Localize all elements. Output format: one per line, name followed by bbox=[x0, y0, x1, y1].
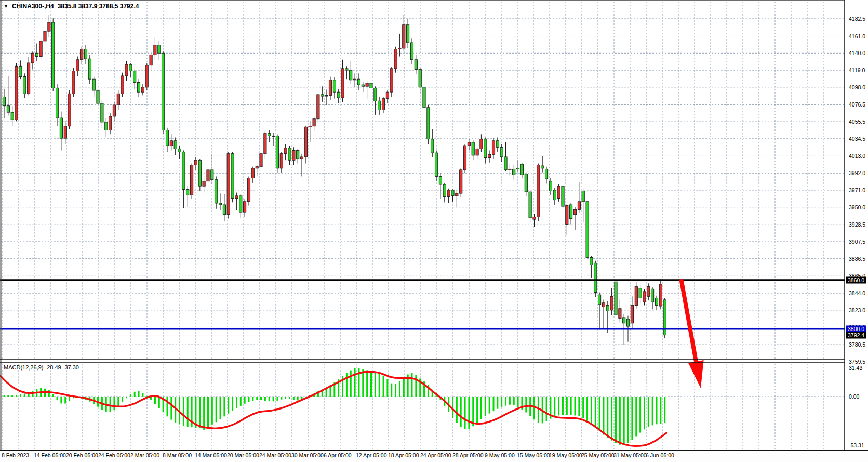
price-line-label: 3860.0 bbox=[846, 277, 866, 284]
price-axis-label: 3886.5 bbox=[849, 256, 865, 262]
time-axis-label: 12 Apr 05:00 bbox=[356, 452, 387, 458]
price-axis-label: 4182.5 bbox=[849, 16, 865, 22]
price-axis-label: 4076.5 bbox=[849, 101, 865, 108]
time-axis-label: 9 May 05:00 bbox=[485, 452, 515, 458]
price-axis-label: 4013.0 bbox=[849, 153, 865, 159]
time-axis-label: 14 Feb 05:00 bbox=[34, 452, 66, 458]
time-axis-label: 20 Mar 05:00 bbox=[227, 452, 259, 458]
ohlc-values: 3835.8 3837.9 3788.5 3792.4 bbox=[58, 3, 139, 10]
time-axis-label: 19 May 05:00 bbox=[549, 452, 582, 458]
time-axis-label: 8 Mar 05:00 bbox=[163, 452, 192, 458]
trading-terminal-window: .g{stroke:#8fa0b4;stroke-width:1;stroke-… bbox=[0, 0, 868, 462]
macd-axis-label: 0.00 bbox=[849, 393, 859, 400]
price-axis-label: 3844.0 bbox=[849, 290, 865, 296]
price-axis-label: 3759.5 bbox=[849, 359, 865, 365]
time-axis-label: 24 Mar 05:00 bbox=[259, 452, 291, 458]
time-axis-label: 2 Mar 05:00 bbox=[130, 452, 159, 458]
price-axis-label: 3950.0 bbox=[849, 204, 865, 210]
time-axis-label: 18 Apr 05:00 bbox=[388, 452, 419, 458]
time-axis-label: 6 Jun 05:00 bbox=[646, 452, 674, 458]
candlesticks bbox=[3, 15, 666, 345]
time-axis-label: 24 Feb 05:00 bbox=[98, 452, 130, 458]
price-axis-label: 3971.0 bbox=[849, 187, 865, 193]
price-axis-label: 4055.5 bbox=[849, 118, 865, 125]
macd-axis-label: 31.43 bbox=[849, 365, 862, 371]
price-axis-label: 4140.0 bbox=[849, 50, 865, 56]
price-axis-label: 4034.5 bbox=[849, 136, 865, 142]
price-axis-label: 3780.5 bbox=[849, 341, 865, 348]
time-axis-label: 31 May 05:00 bbox=[613, 452, 647, 458]
price-axis-label: 4161.0 bbox=[849, 33, 865, 39]
price-axis-label: 3928.5 bbox=[849, 221, 865, 228]
time-axis-label: 25 May 05:00 bbox=[581, 452, 615, 458]
time-axis-label: 8 Feb 2023 bbox=[2, 452, 29, 458]
symbol-period-label: CHINA300-,H4 bbox=[12, 3, 54, 10]
price-axis-label: 4119.0 bbox=[849, 67, 865, 73]
time-axis-label: 15 May 05:00 bbox=[517, 452, 550, 458]
price-axis-label: 3992.0 bbox=[849, 170, 865, 176]
time-axis-label: 28 Apr 05:00 bbox=[452, 452, 484, 458]
time-axis-label: 14 Mar 05:00 bbox=[195, 452, 227, 458]
price-axis-label: 3823.0 bbox=[849, 307, 865, 313]
price-axis-label: 3907.5 bbox=[849, 239, 865, 245]
macd-axis-label: -53.31 bbox=[849, 442, 864, 448]
price-axis-label: 4098.0 bbox=[849, 84, 865, 90]
time-axis-label: 20 Feb 05:00 bbox=[66, 452, 98, 458]
time-axis-label: 24 Apr 05:00 bbox=[420, 452, 451, 458]
trend-arrow[interactable] bbox=[682, 281, 704, 388]
macd-indicator-label: MACD(12,26,9) -28.49 -37.30 bbox=[4, 364, 79, 371]
chart-title-bar: ▼ CHINA300-,H4 3835.8 3837.9 3788.5 3792… bbox=[4, 3, 139, 10]
price-line-label: 3792.4 bbox=[846, 332, 866, 338]
time-axis-label: 30 Mar 05:00 bbox=[291, 452, 324, 458]
time-axis-label: 6 Apr 05:00 bbox=[324, 452, 352, 458]
symbol-dropdown-icon[interactable]: ▼ bbox=[4, 3, 8, 9]
